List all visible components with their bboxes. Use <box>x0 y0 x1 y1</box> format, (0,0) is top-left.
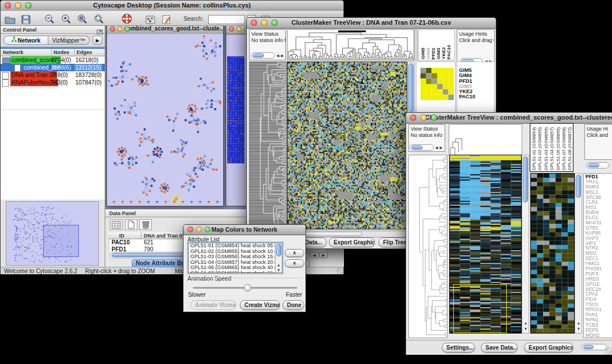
move-down-button[interactable]: ∨ <box>285 259 304 267</box>
treeview1-row-dendrogram[interactable] <box>249 62 287 229</box>
zoom-in-icon[interactable] <box>59 13 73 25</box>
gene-label[interactable]: MON2 <box>586 333 612 338</box>
gene-label[interactable]: NIS1 <box>586 205 612 210</box>
minimize-button[interactable] <box>420 114 427 121</box>
zoom-fit-icon[interactable] <box>92 13 106 25</box>
open-folder-icon[interactable] <box>3 13 17 26</box>
zoom-button[interactable] <box>431 114 437 121</box>
scroll-left-arrow[interactable]: ◀ <box>276 53 280 59</box>
column-label[interactable]: GPL51-04 (GSM857) <box>549 127 554 171</box>
scroll-right-arrow[interactable]: ▶ <box>439 145 443 151</box>
attribute-list-item[interactable]: GPL51-01 (GSM854) heat shock 05 min <box>189 243 275 249</box>
minimize-button[interactable] <box>236 26 242 32</box>
network-table-row[interactable]: combined_sco2569(6)13112(15) <box>1 64 105 71</box>
gene-label[interactable]: YSH1 <box>586 302 612 307</box>
treeview2-heatmap[interactable] <box>449 155 522 334</box>
minimize-button[interactable] <box>117 26 123 32</box>
gene-label[interactable]: SPC98 <box>586 195 612 200</box>
tab-network[interactable]: Network <box>3 36 48 45</box>
attribute-list-item[interactable]: GPL51-03 (GSM856) heat shock 15 min <box>189 254 275 260</box>
annotation-icon[interactable] <box>160 13 174 26</box>
column-label[interactable]: GPL51-08 (GSM872) <box>567 127 572 171</box>
network-table-row[interactable]: combined_scores_2764(0)16218(0) <box>1 56 105 64</box>
gene-label[interactable]: ELG1 <box>586 215 612 220</box>
column-label[interactable]: YKE2 <box>441 47 446 59</box>
close-button[interactable] <box>5 2 11 9</box>
gene-label[interactable]: RNR4 <box>586 185 612 190</box>
close-button[interactable] <box>110 26 115 32</box>
gene-label[interactable]: MSL1 <box>586 190 612 195</box>
gene-label[interactable]: PUF3 <box>586 271 612 277</box>
treeview2-heatmap-vscrollbar[interactable]: ▲ ▼ <box>522 155 529 334</box>
trash-icon[interactable] <box>139 219 152 230</box>
slider-thumb[interactable] <box>244 284 251 292</box>
move-up-button[interactable]: ∧ <box>285 249 304 257</box>
scroll-right-arrow[interactable]: ▶ <box>280 53 285 59</box>
gene-label[interactable]: SEC1 <box>586 256 612 261</box>
zoom-button[interactable] <box>205 227 211 232</box>
treeview2-usage-scrollbar[interactable] <box>586 162 609 168</box>
resize-grip[interactable] <box>605 347 612 355</box>
treeview2-titlebar[interactable]: ClusterMaker TreeView : combined_scores_… <box>406 113 612 124</box>
overview-viewport-rect[interactable] <box>43 225 79 257</box>
gene-label[interactable]: CLN1 <box>586 200 612 205</box>
gene-label[interactable]: MAK31 <box>586 220 612 225</box>
save-icon[interactable] <box>19 13 33 26</box>
minimize-button[interactable] <box>196 227 202 232</box>
treeview1-titlebar[interactable]: ClusterMaker TreeView : DNA and Tran 07-… <box>247 18 496 29</box>
gene-label[interactable]: SEC24 <box>586 287 612 292</box>
scroll-left-arrow[interactable]: ◀ <box>310 252 319 258</box>
table-icon[interactable] <box>110 219 123 230</box>
treeview2-row-dendrogram[interactable] <box>408 155 447 338</box>
network-table-row[interactable]: RNAPuberNov2+l563(0)107847(0) <box>1 79 105 86</box>
gene-label[interactable]: FIG4 <box>586 297 612 302</box>
gene-label[interactable]: VIP1 <box>586 241 612 246</box>
close-button[interactable] <box>251 20 257 26</box>
column-label[interactable]: PAC10 <box>446 45 452 59</box>
settings-button[interactable]: Settings... <box>442 343 475 352</box>
gene-label[interactable]: MSI1 <box>586 251 612 256</box>
column-label[interactable]: GPL51-02 (GSM855) <box>537 127 542 171</box>
gene-label[interactable]: BUD4 <box>586 210 612 215</box>
main-titlebar[interactable]: Cytoscape Desktop (Session Name: collins… <box>1 1 343 12</box>
zoom-button[interactable] <box>25 2 32 9</box>
gene-label[interactable]: PEP5 <box>586 328 612 333</box>
column-label[interactable]: GPL51-01 (GSM854) <box>531 127 537 171</box>
minimize-button[interactable] <box>261 20 267 26</box>
close-button[interactable] <box>229 26 234 32</box>
gene-label[interactable]: NTR2 <box>586 246 612 251</box>
animate-vizmap-button[interactable]: Animate Vizmap <box>190 300 236 310</box>
close-button[interactable] <box>188 227 193 232</box>
dialog-titlebar[interactable]: Map Colors to Network <box>183 225 305 235</box>
export-graphics-button[interactable]: Export Graphics... <box>329 237 375 247</box>
zoom-out-icon[interactable] <box>43 13 56 25</box>
attribute-list-item[interactable]: GPL51-04 (GSM857) heat shock 20 min <box>189 260 275 266</box>
resize-grip[interactable] <box>336 268 343 274</box>
row-label[interactable]: PAC10 <box>459 94 494 99</box>
column-label[interactable]: GPL51-06 (GSM865) <box>556 127 561 171</box>
treeview1-status-scrollbar[interactable] <box>251 52 275 59</box>
treeview2-column-dendrogram[interactable] <box>449 124 522 156</box>
column-label[interactable]: GIM3 <box>436 48 441 59</box>
save-data-button[interactable]: Save Data... <box>481 343 518 352</box>
done-button[interactable]: Done <box>282 300 304 310</box>
network-table-row[interactable]: DNA and Tran 07769(0)183728(0) <box>1 71 105 79</box>
gene-label[interactable]: RPO21 <box>586 307 612 312</box>
close-button[interactable] <box>410 114 416 121</box>
treeview2-status-scrollbar[interactable] <box>410 144 434 151</box>
attribute-list-item[interactable]: GPL51-06 (GSM865) heat shock 40 min <box>189 265 275 271</box>
attribute-list-vscrollbar[interactable]: ▲ ▼ <box>275 243 282 273</box>
column-label[interactable]: GIM4 <box>426 48 431 59</box>
network-frame-1-titlebar[interactable]: combined_scores_good.txt--cluste... <box>107 26 223 35</box>
gene-label[interactable]: GTB1 <box>586 225 612 231</box>
minimize-button[interactable] <box>15 2 21 9</box>
new-doc-icon[interactable] <box>125 219 137 230</box>
column-label[interactable]: GIM5 <box>420 48 426 59</box>
scroll-left-arrow[interactable]: ◀ <box>434 145 439 151</box>
treeview1-column-dendrogram[interactable] <box>287 29 414 60</box>
gene-label[interactable]: TCB3 <box>586 323 612 328</box>
gene-label[interactable]: PAN1 <box>586 312 612 317</box>
tab-vizmapper[interactable]: VizMapper™ <box>48 36 90 45</box>
help-lifesaver-icon[interactable] <box>120 12 134 25</box>
zoom-button[interactable] <box>271 20 278 26</box>
